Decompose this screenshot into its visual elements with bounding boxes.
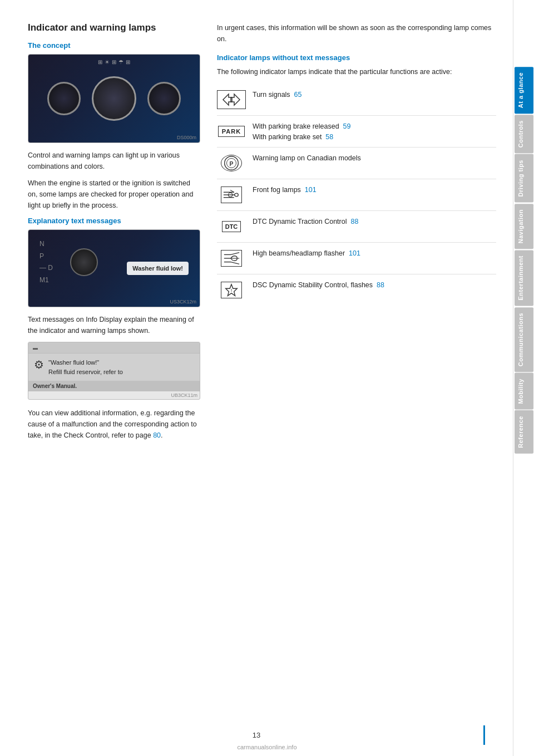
instrument-cluster-image: ⊞☀⊞☂⊞ DS000m: [28, 54, 200, 143]
lamp-dsc: ! DSC Dynamic Stability Control, flashes…: [217, 274, 496, 306]
dtc-icon-cell: DTC: [217, 215, 246, 238]
left-gauge: [47, 82, 81, 115]
sidebar-tab-navigation[interactable]: Navigation: [515, 204, 533, 249]
sidebar-tab-entertainment[interactable]: Entertainment: [515, 250, 533, 306]
svg-line-15: [231, 262, 239, 264]
parking-brake-icon: PARK: [218, 126, 245, 137]
right-column: In urgent cases, this information will b…: [217, 22, 496, 446]
turn-signal-svg: [221, 92, 242, 107]
front-fog-svg: [222, 188, 240, 202]
paragraph-engine-start: When the engine is started or the igniti…: [28, 178, 200, 211]
page-80-link[interactable]: 80: [153, 431, 161, 439]
parking-set-ref[interactable]: 58: [325, 133, 333, 141]
indicator-lamps-list: Turn signals 65 PARK With parking brake …: [217, 84, 496, 306]
section-title: Indicator and warning lamps: [28, 22, 200, 33]
dsc-page-ref[interactable]: 88: [377, 281, 384, 289]
lamp-front-fog: Front fog lamps 101: [217, 179, 496, 211]
image-code: DS000m: [177, 135, 196, 140]
paragraph-combinations: Control and warning lamps can light up i…: [28, 150, 200, 172]
lamp-high-beams: High beams/headlamp flasher 101: [217, 243, 496, 274]
warning-left-icons: NP— DM1: [39, 238, 53, 286]
dsc-icon-cell: !: [217, 279, 246, 301]
text-message-body: ⚙ "Washer fluid low!" Refill fluid reser…: [28, 354, 200, 381]
dsc-description: DSC Dynamic Stability Control, flashes 8…: [253, 279, 496, 291]
turn-signals-page-ref[interactable]: 65: [294, 91, 302, 99]
canadian-warning-svg: P: [221, 155, 241, 171]
turn-signals-icon-cell: [217, 89, 246, 111]
left-column: Indicator and warning lamps The concept …: [28, 22, 200, 446]
high-beams-description: High beams/headlamp flasher 101: [253, 247, 496, 259]
text-msg-code: UB3CK11m: [28, 391, 200, 399]
turn-signals-description: Turn signals 65: [253, 89, 496, 100]
sidebar-tab-mobility[interactable]: Mobility: [515, 373, 533, 410]
dsc-icon: !: [221, 282, 242, 298]
page-number: 13: [253, 731, 260, 739]
front-fog-icon: [221, 186, 242, 203]
sidebar-tab-communications[interactable]: Communications: [515, 307, 533, 372]
canadian-warning-icon: P: [221, 155, 242, 171]
dtc-description: DTC Dynamic Traction Control 88: [253, 215, 496, 227]
warning-display-image: NP— DM1 Washer fluid low! US3CK12m: [28, 229, 200, 307]
page-number-bar: [483, 725, 485, 745]
text-message-display: ▬ ⚙ "Washer fluid low!" Refill fluid res…: [28, 342, 200, 400]
svg-line-13: [231, 253, 239, 255]
sidebar: At a glance Controls Driving tips Naviga…: [513, 0, 534, 756]
dtc-icon: DTC: [222, 221, 241, 232]
parking-brake-description: With parking brake released 59 With park…: [253, 120, 496, 143]
paragraph-text-messages: Text messages on Info Display explain th…: [28, 314, 200, 336]
concept-heading: The concept: [28, 41, 200, 50]
dtc-page-ref[interactable]: 88: [350, 218, 358, 225]
dsc-svg: !: [222, 283, 240, 297]
intro-text: In urgent cases, this information will b…: [217, 22, 496, 45]
explanatory-heading: Explanatory text messages: [28, 217, 200, 225]
indicator-heading: Indicator lamps without text messages: [217, 53, 496, 62]
sidebar-tab-controls[interactable]: Controls: [515, 115, 533, 153]
high-beams-svg: [222, 251, 240, 266]
washer-icon: ⚙: [34, 358, 44, 371]
text-message-header: ▬: [28, 342, 200, 354]
cluster-icons: ⊞☀⊞☂⊞: [98, 59, 130, 65]
lamp-dtc: DTC DTC Dynamic Traction Control 88: [217, 211, 496, 243]
svg-text:P: P: [230, 161, 234, 167]
front-fog-description: Front fog lamps 101: [253, 184, 496, 195]
warning-bubble: Washer fluid low!: [127, 262, 189, 275]
front-fog-page-ref[interactable]: 101: [305, 186, 317, 194]
high-beams-icon-cell: [217, 247, 246, 269]
center-gauge: [92, 76, 136, 121]
main-content: Indicator and warning lamps The concept …: [0, 0, 513, 756]
sidebar-tab-reference[interactable]: Reference: [515, 410, 533, 454]
canadian-warning-description: Warning lamp on Canadian models: [253, 152, 496, 164]
lamp-canadian-warning: P Warning lamp on Canadian models: [217, 148, 496, 179]
high-beams-icon: [221, 250, 242, 267]
canadian-warning-icon-cell: P: [217, 152, 246, 174]
lamp-parking-brake: PARK With parking brake released 59 With…: [217, 116, 496, 148]
sidebar-tab-driving-tips[interactable]: Driving tips: [515, 154, 533, 203]
text-message-footer: Owner's Manual.: [28, 381, 200, 391]
high-beams-page-ref[interactable]: 101: [349, 249, 360, 257]
turn-signals-icon: [217, 90, 246, 109]
front-fog-icon-cell: [217, 184, 246, 206]
parking-released-ref[interactable]: 59: [343, 122, 351, 130]
lamp-turn-signals: Turn signals 65: [217, 84, 496, 116]
warning-image-code: US3CK12m: [170, 299, 196, 305]
indicator-intro: The following indicator lamps indicate t…: [217, 66, 496, 77]
gauges: [47, 76, 181, 121]
text-message-content: "Washer fluid low!" Refill fluid reservo…: [48, 358, 123, 376]
parking-brake-icon-cell: PARK: [217, 120, 246, 143]
watermark: carmanualsonline.info: [237, 744, 296, 750]
svg-text:!: !: [231, 288, 232, 292]
sidebar-tab-at-a-glance[interactable]: At a glance: [515, 67, 533, 114]
paragraph-additional: You can view additional information, e.g…: [28, 408, 200, 441]
right-gauge: [147, 82, 181, 115]
